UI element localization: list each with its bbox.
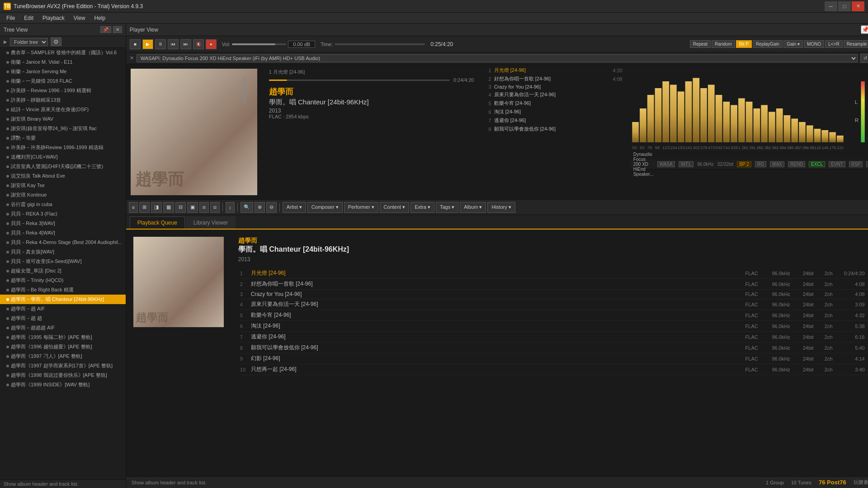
tree-item-15[interactable]: 謝安琪 Kontinue: [0, 190, 126, 200]
tb-btn-zoom-out[interactable]: ⊖: [266, 202, 277, 213]
tree-item-35[interactable]: 趙學而《1999 INSIDE》[WAV 整軌]: [0, 380, 126, 389]
tree-item-10[interactable]: 许美静－许美静Review 1996-1999 精选辑: [0, 143, 126, 152]
track-row-8[interactable]: 9 幻影 [24-96] FLAC 96.0kHz 24bit 2ch 4:14: [238, 353, 867, 364]
replaygain-button[interactable]: ReplayGain: [753, 40, 783, 48]
mono-button[interactable]: MONO: [804, 40, 824, 48]
lr-button[interactable]: L<>R: [825, 40, 842, 48]
left-panel-close-button[interactable]: ✕: [113, 26, 122, 33]
tree-item-24[interactable]: 趙學而－Trinity (HQCD): [0, 276, 126, 285]
tb-btn-panel[interactable]: ◨: [151, 202, 162, 213]
stop-button[interactable]: ■: [130, 39, 141, 49]
folder-tree-select[interactable]: Folder tree: [10, 38, 48, 46]
tree-settings-button[interactable]: ⚙: [51, 38, 61, 46]
progress-bar[interactable]: [269, 80, 450, 81]
device-close-icon[interactable]: ✕: [130, 55, 134, 61]
menu-edit[interactable]: Edit: [19, 14, 38, 22]
bitp-button[interactable]: Bit P: [736, 40, 752, 48]
tree-item-30[interactable]: 趙學而《1995 每隔二秒》[APE 整軌]: [0, 333, 126, 342]
tree-item-4[interactable]: 許美靜－Review 1996 - 1999 精選輯: [0, 86, 126, 95]
track-row-1[interactable]: 2 好想為你唱一首歌 [24-96] FLAC 96.0kHz 24bit 2c…: [238, 279, 867, 290]
minimize-button[interactable]: ─: [825, 1, 837, 11]
next-button[interactable]: ⏭: [180, 39, 191, 49]
album-dropdown[interactable]: Album ▾: [460, 202, 486, 213]
player-track-2[interactable]: 3 Crazy for You [24-96]: [483, 83, 624, 90]
tree-list[interactable]: 農衣草－SAMPLER 發燒中的精選（國語）Vol.6衛蘭－Janice M. …: [0, 48, 126, 479]
tree-item-32[interactable]: 趙學而《1997 刁人》[APE 整軌]: [0, 352, 126, 361]
composer-dropdown[interactable]: Composer ▾: [307, 202, 343, 213]
player-pin-button[interactable]: 📌: [861, 25, 868, 34]
track-row-6[interactable]: 7 逃避你 [24-96] FLAC 96.0kHz 24bit 2ch 6:1…: [238, 332, 867, 343]
tree-item-1[interactable]: 衛蘭－Janice M. Vidal - E11: [0, 57, 126, 67]
tree-item-25[interactable]: 趙學而－Be Right Back 精選: [0, 285, 126, 295]
tb-btn-menu[interactable]: ≡: [129, 202, 138, 213]
history-dropdown[interactable]: History ▾: [487, 202, 515, 213]
tree-item-22[interactable]: 貝貝－谁可改变(Ex-Seed)[WAV]: [0, 257, 126, 266]
resample-button[interactable]: Resample: [844, 40, 868, 48]
track-row-2[interactable]: 3 Crazy for You [24-96] FLAC 96.0kHz 24b…: [238, 290, 867, 299]
menu-playback[interactable]: Playback: [38, 14, 69, 22]
tb-btn-minus[interactable]: ⊟: [175, 202, 186, 213]
menu-file[interactable]: File: [2, 14, 19, 22]
tree-item-19[interactable]: 貝貝－Reka 4[WAV]: [0, 228, 126, 238]
player-track-6[interactable]: 7 逃避你 [24-96]: [483, 116, 624, 125]
tree-item-28[interactable]: 趙學而－趙 趙: [0, 314, 126, 323]
tree-item-17[interactable]: 貝貝－REKA 3 (Flac): [0, 209, 126, 219]
track-row-4[interactable]: 5 歡樂今宵 [24-96] FLAC 96.0kHz 24bit 2ch 4:…: [238, 310, 867, 321]
track-row-3[interactable]: 4 原來只要為你活一天 [24-96] FLAC 96.0kHz 24bit 2…: [238, 299, 867, 310]
tree-item-31[interactable]: 趙學而《1996 越怡越愛》[APE 整軌]: [0, 342, 126, 352]
tab-playback-queue[interactable]: Playback Queue: [130, 216, 185, 229]
gain-button[interactable]: Gain ▾: [783, 40, 803, 48]
prev-button[interactable]: ⏮: [168, 39, 179, 49]
menu-view[interactable]: View: [69, 14, 90, 22]
tags-dropdown[interactable]: Tags ▾: [436, 202, 458, 213]
time-slider[interactable]: [335, 43, 425, 45]
tb-btn-grid[interactable]: ⊞: [139, 202, 150, 213]
track-row-9[interactable]: 10 只想再一起 [24-96] FLAC 96.0kHz 24bit 2ch …: [238, 364, 867, 375]
tree-item-33[interactable]: 趙學而《1997 赵学而家系列17首》[APE 整轨]: [0, 361, 126, 371]
play-button[interactable]: ▶: [142, 39, 153, 49]
content-dropdown[interactable]: Content ▾: [380, 202, 410, 213]
tree-item-9[interactable]: 譚艷－等愛: [0, 133, 126, 143]
menu-help[interactable]: Help: [90, 14, 110, 22]
vol-slider[interactable]: [232, 43, 286, 45]
tree-item-14[interactable]: 謝安琪 Kay Tse: [0, 181, 126, 190]
tree-item-20[interactable]: 貝貝－Reka 4-Demo Stage (Best 2004 Audiophi…: [0, 238, 126, 247]
tree-item-26[interactable]: 趙學而－學而。唱 Chanteur [24bit-96KHz]: [0, 295, 126, 304]
pause-button[interactable]: ⏸: [155, 39, 166, 49]
tb-btn-zoom-in[interactable]: ⊕: [255, 202, 265, 213]
tree-item-16[interactable]: 谷行霆 gigi in cuba: [0, 200, 126, 209]
tree-item-3[interactable]: 衛蘭－一見鍾情 2018 FLAC: [0, 76, 126, 86]
tree-item-8[interactable]: 謝安琪(錄音室母帶24_96)－謝安琪 flac: [0, 124, 126, 133]
track-row-5[interactable]: 6 淘汰 [24-96] FLAC 96.0kHz 24bit 2ch 5:38: [238, 321, 867, 332]
tree-item-29[interactable]: 趙學而－趙趙趙 AIF: [0, 323, 126, 333]
tree-item-21[interactable]: 貝貝－真女孩[WAV]: [0, 247, 126, 257]
tb-btn-collapse[interactable]: ⧇: [210, 202, 220, 213]
record-button[interactable]: ●: [206, 39, 217, 49]
artist-dropdown[interactable]: Artist ▾: [283, 202, 306, 213]
device-select[interactable]: WASAPI: Dynaudio Focus 200 XD HiEnd Spea…: [137, 54, 858, 62]
extra-dropdown[interactable]: Extra ▾: [410, 202, 434, 213]
player-track-1[interactable]: 2 好想為你唱一首歌 [24-96] 4:08: [483, 75, 624, 83]
tree-item-12[interactable]: 試音室典人聲測試HIFI天碟(試機二十三號): [0, 162, 126, 171]
player-track-7[interactable]: 8 願我可以學會放低你 [24-96]: [483, 125, 624, 133]
tree-item-27[interactable]: 趙學而－趙 AIF: [0, 304, 126, 314]
device-refresh-button[interactable]: ↺: [860, 54, 868, 63]
tb-btn-sort[interactable]: ↕: [226, 202, 235, 213]
tree-item-0[interactable]: 農衣草－SAMPLER 發燒中的精選（國語）Vol.6: [0, 48, 126, 57]
tb-btn-box[interactable]: ▣: [187, 202, 198, 213]
tb-btn-search[interactable]: 🔍: [241, 202, 253, 213]
tree-item-2[interactable]: 衛蘭－Janice Serving Me: [0, 67, 126, 76]
tree-item-5[interactable]: 許美靜－靜聽精采13首: [0, 95, 126, 105]
mute-button[interactable]: 🔇: [193, 39, 204, 49]
tree-item-13[interactable]: 说艾恬良 Talk About Eve: [0, 171, 126, 181]
tb-btn-table[interactable]: ▦: [163, 202, 174, 213]
tb-btn-expand[interactable]: ⧆: [199, 202, 209, 213]
player-track-4[interactable]: 5 歡樂今宵 [24-96]: [483, 99, 624, 108]
left-panel-pin-button[interactable]: 📌: [100, 26, 111, 33]
close-button[interactable]: ✕: [852, 1, 864, 11]
tree-item-18[interactable]: 貝貝－Reka 3[WAV]: [0, 219, 126, 228]
random-button[interactable]: Random: [712, 40, 735, 48]
tree-item-34[interactable]: 趙學而《1998 我说过要你快乐》[APE 整轨]: [0, 371, 126, 380]
tree-item-23[interactable]: 超級女聲_草語 [Disc 2]: [0, 266, 126, 276]
repeat-button[interactable]: Repeat: [690, 40, 711, 48]
